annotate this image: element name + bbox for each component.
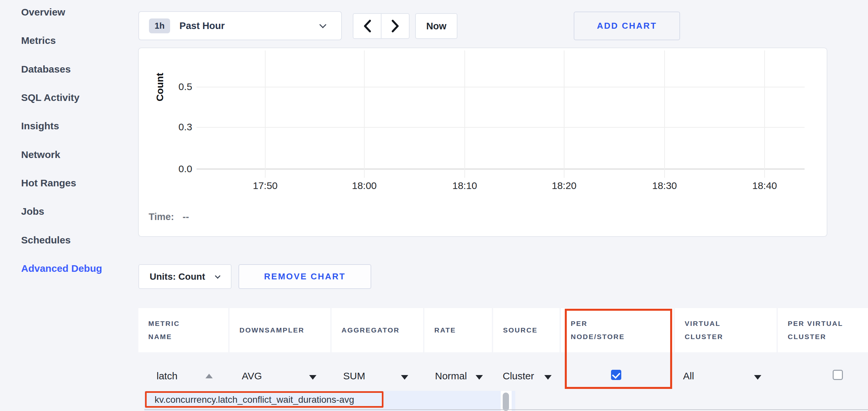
- hover-time-value: --: [183, 211, 189, 222]
- per-virtual-cluster-checkbox[interactable]: [833, 370, 843, 380]
- hover-time-label: Time:: [149, 211, 174, 222]
- hover-readout: Time:--: [149, 211, 189, 222]
- x-tick-label: 18:30: [642, 180, 688, 191]
- now-button[interactable]: Now: [415, 13, 458, 39]
- sidebar-item-advanced-debug[interactable]: Advanced Debug: [21, 262, 102, 275]
- column-header-per-node-store: PER NODE/STORE: [561, 308, 674, 352]
- chevron-right-icon: [391, 20, 400, 33]
- units-dropdown[interactable]: Units: Count: [138, 264, 231, 289]
- column-header-label: PER VIRTUAL CLUSTER: [788, 317, 857, 343]
- next-range-button[interactable]: [381, 13, 409, 39]
- metric-suggestion-text[interactable]: kv.concurrency.latch_conflict_wait_durat…: [155, 395, 354, 405]
- y-tick-label: 0.0: [162, 163, 192, 174]
- column-header-label: DOWNSAMPLER: [240, 323, 305, 337]
- column-header-downsampler: DOWNSAMPLER: [229, 308, 330, 352]
- triangle-up-icon[interactable]: [206, 374, 213, 378]
- gridline-vertical: [364, 50, 365, 178]
- column-header-aggregator: AGGREGATOR: [332, 308, 423, 352]
- previous-range-button[interactable]: [353, 13, 381, 39]
- triangle-down-icon[interactable]: [309, 375, 316, 380]
- column-header-label: RATE: [434, 323, 456, 337]
- sidebar-item-overview[interactable]: Overview: [21, 5, 65, 19]
- x-tick-label: 18:10: [442, 180, 488, 191]
- metric-name-input[interactable]: latch: [157, 370, 177, 382]
- gridline-horizontal: [196, 127, 805, 128]
- triangle-down-icon[interactable]: [476, 375, 483, 380]
- sidebar-item-metrics[interactable]: Metrics: [21, 34, 56, 47]
- add-chart-button[interactable]: ADD CHART: [574, 11, 680, 40]
- triangle-down-icon[interactable]: [754, 375, 761, 380]
- column-header-per-virtual-cluster: PER VIRTUAL CLUSTER: [778, 308, 868, 352]
- time-range-badge: 1h: [149, 19, 170, 33]
- column-header-virtual-cluster: VIRTUAL CLUSTER: [675, 308, 776, 352]
- per-node-store-checkbox[interactable]: [611, 370, 621, 380]
- chart-card: Count 0.5 0.3 0.0 17:50 18:00 18:10 18:2…: [138, 47, 827, 237]
- triangle-down-icon[interactable]: [401, 375, 408, 380]
- downsampler-select[interactable]: AVG: [242, 370, 262, 382]
- sidebar-item-databases[interactable]: Databases: [21, 62, 71, 76]
- column-header-rate: RATE: [425, 308, 492, 352]
- gridline-vertical: [265, 50, 266, 178]
- x-tick-label: 17:50: [242, 180, 288, 191]
- gridline-vertical: [664, 50, 665, 178]
- sidebar-item-network[interactable]: Network: [21, 148, 60, 162]
- sidebar-item-sql-activity[interactable]: SQL Activity: [21, 91, 80, 105]
- virtual-cluster-select[interactable]: All: [683, 370, 694, 382]
- x-tick-label: 18:00: [341, 180, 388, 191]
- aggregator-select[interactable]: SUM: [343, 370, 365, 382]
- column-header-label: METRIC NAME: [148, 317, 198, 343]
- sidebar-item-jobs[interactable]: Jobs: [21, 205, 44, 218]
- triangle-down-icon[interactable]: [544, 375, 552, 380]
- column-header-label: SOURCE: [503, 323, 538, 337]
- gridline-vertical: [764, 50, 765, 178]
- rate-select[interactable]: Normal: [435, 370, 467, 382]
- time-range-arrows: [353, 13, 409, 39]
- column-header-metric-name: METRIC NAME: [138, 308, 228, 352]
- dropdown-scrollbar-thumb[interactable]: [503, 392, 509, 411]
- gridline-vertical: [564, 50, 564, 178]
- column-header-label: PER NODE/STORE: [571, 317, 633, 343]
- y-tick-label: 0.3: [162, 122, 192, 133]
- sidebar-item-insights[interactable]: Insights: [21, 119, 59, 133]
- row-divider: [144, 409, 868, 410]
- column-header-label: AGGREGATOR: [342, 323, 400, 337]
- units-dropdown-label: Units: Count: [150, 271, 205, 282]
- x-tick-label: 18:20: [541, 180, 587, 191]
- chevron-left-icon: [363, 20, 372, 33]
- remove-chart-button[interactable]: REMOVE CHART: [239, 264, 371, 289]
- sidebar-item-hot-ranges[interactable]: Hot Ranges: [21, 176, 76, 190]
- chevron-down-icon: [215, 273, 221, 279]
- x-tick-label: 18:40: [742, 180, 788, 191]
- time-range-picker[interactable]: 1h Past Hour: [138, 11, 342, 40]
- chevron-down-icon: [319, 21, 326, 28]
- sidebar-item-schedules[interactable]: Schedules: [21, 233, 71, 247]
- source-select[interactable]: Cluster: [503, 370, 534, 382]
- time-range-label: Past Hour: [179, 21, 225, 31]
- gridline-horizontal: [196, 87, 805, 88]
- axis-baseline: [196, 168, 805, 170]
- gridline-vertical: [464, 50, 465, 178]
- column-header-source: SOURCE: [493, 308, 559, 352]
- custom-chart-page: Overview Metrics Databases SQL Activity …: [0, 0, 868, 411]
- column-header-label: VIRTUAL CLUSTER: [685, 317, 734, 343]
- y-tick-label: 0.5: [162, 81, 192, 92]
